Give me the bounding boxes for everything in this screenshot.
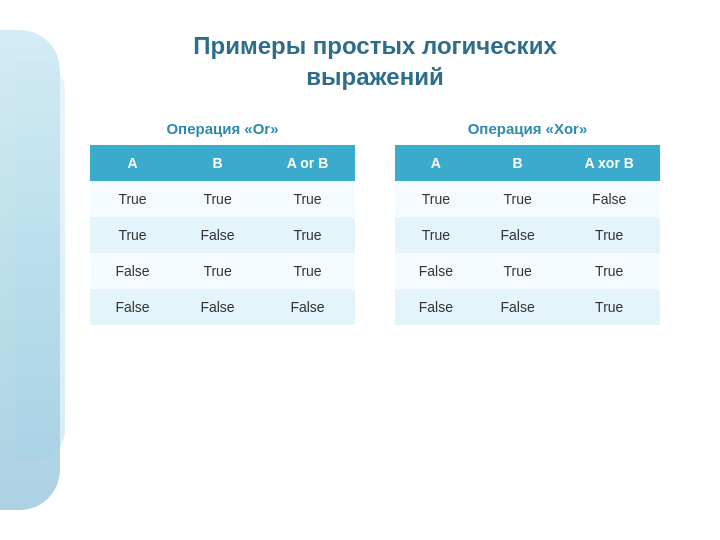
xor-cell-r1-c1: False [477, 217, 559, 253]
xor-cell-r1-c2: True [558, 217, 660, 253]
or-cell-r1-c0: True [90, 217, 175, 253]
or-cell-r0-c0: True [90, 181, 175, 217]
xor-col-result-header: A xor B [558, 145, 660, 181]
xor-cell-r2-c1: True [477, 253, 559, 289]
or-col-b-header: B [175, 145, 260, 181]
title-line2: выражений [306, 63, 443, 90]
table-row: TrueTrueTrue [90, 181, 355, 217]
or-table-label: Операция «Or» [90, 120, 355, 137]
xor-cell-r0-c2: False [558, 181, 660, 217]
title-line1: Примеры простых логических [193, 32, 556, 59]
table-row: FalseFalseFalse [90, 289, 355, 325]
table-row: TrueTrueFalse [395, 181, 660, 217]
main-content: Примеры простых логических выражений Опе… [0, 0, 720, 345]
or-cell-r2-c2: True [260, 253, 355, 289]
table-row: TrueFalseTrue [395, 217, 660, 253]
or-cell-r3-c1: False [175, 289, 260, 325]
xor-cell-r3-c1: False [477, 289, 559, 325]
table-row: FalseTrueTrue [395, 253, 660, 289]
or-table-section: Операция «Or» A B A or B TrueTrueTrueTru… [90, 120, 355, 325]
xor-cell-r3-c0: False [395, 289, 477, 325]
page-title: Примеры простых логических выражений [90, 30, 660, 92]
xor-cell-r2-c0: False [395, 253, 477, 289]
or-cell-r3-c0: False [90, 289, 175, 325]
xor-col-a-header: A [395, 145, 477, 181]
table-row: TrueFalseTrue [90, 217, 355, 253]
or-col-a-header: A [90, 145, 175, 181]
or-cell-r2-c1: True [175, 253, 260, 289]
or-cell-r1-c2: True [260, 217, 355, 253]
or-cell-r1-c1: False [175, 217, 260, 253]
table-row: FalseFalseTrue [395, 289, 660, 325]
or-cell-r0-c1: True [175, 181, 260, 217]
or-col-result-header: A or B [260, 145, 355, 181]
or-cell-r0-c2: True [260, 181, 355, 217]
or-cell-r2-c0: False [90, 253, 175, 289]
or-table-header-row: A B A or B [90, 145, 355, 181]
xor-cell-r2-c2: True [558, 253, 660, 289]
xor-table-section: Операция «Xor» A B A xor B TrueTrueFalse… [395, 120, 660, 325]
xor-table-label: Операция «Xor» [395, 120, 660, 137]
tables-container: Операция «Or» A B A or B TrueTrueTrueTru… [90, 120, 660, 325]
table-row: FalseTrueTrue [90, 253, 355, 289]
xor-table: A B A xor B TrueTrueFalseTrueFalseTrueFa… [395, 145, 660, 325]
xor-table-header-row: A B A xor B [395, 145, 660, 181]
or-cell-r3-c2: False [260, 289, 355, 325]
or-table: A B A or B TrueTrueTrueTrueFalseTrueFals… [90, 145, 355, 325]
xor-cell-r0-c1: True [477, 181, 559, 217]
xor-cell-r3-c2: True [558, 289, 660, 325]
xor-col-b-header: B [477, 145, 559, 181]
xor-cell-r0-c0: True [395, 181, 477, 217]
xor-cell-r1-c0: True [395, 217, 477, 253]
